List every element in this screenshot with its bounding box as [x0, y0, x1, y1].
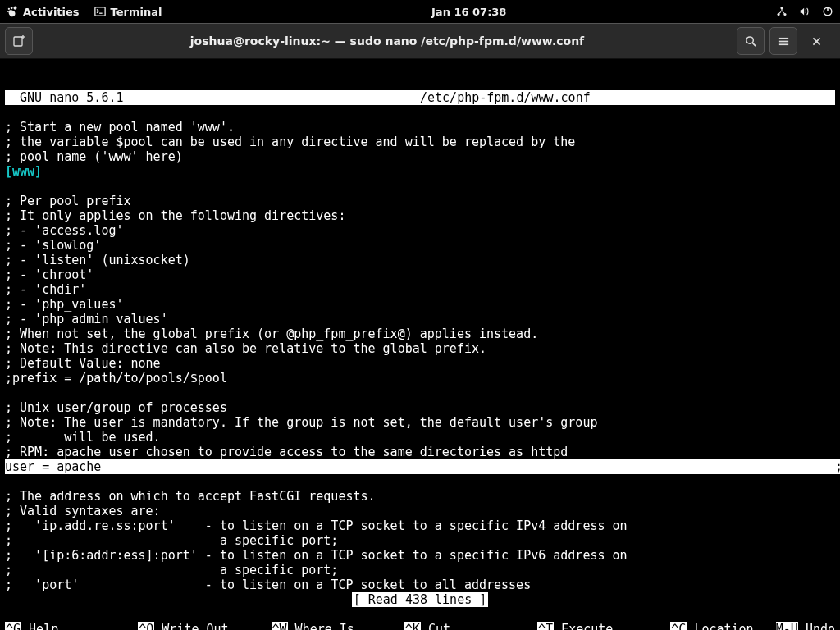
gnome-topbar: Activities Terminal Jan 16 07:38 — [0, 0, 840, 23]
window-title: joshua@rocky-linux:~ — sudo nano /etc/ph… — [38, 34, 737, 48]
search-icon — [745, 35, 757, 48]
nano-version: GNU nano 5.6.1 — [5, 90, 420, 105]
shortcut-location: ^CLocation M-U Undo — [670, 622, 835, 630]
shortcut-writeout: ^OWrite Out — [138, 622, 271, 630]
search-button[interactable] — [737, 27, 765, 55]
close-icon — [811, 36, 822, 47]
terminal-icon — [94, 6, 106, 17]
highlighted-line: user = apache — [5, 459, 835, 474]
nano-filename: /etc/php-fpm.d/www.conf — [420, 90, 591, 105]
shortcut-execute: ^TExecute — [537, 622, 670, 630]
activities-label: Activities — [23, 6, 80, 18]
nano-titlebar: GNU nano 5.6.1 /etc/php-fpm.d/www.conf — [5, 90, 835, 105]
svg-point-0 — [13, 7, 16, 10]
new-tab-button[interactable] — [5, 27, 33, 55]
shortcut-whereis: ^WWhere Is — [272, 622, 404, 630]
nano-shortcuts-row1: ^GHelp ^OWrite Out ^WWhere Is ^KCut ^TEx… — [5, 622, 835, 630]
svg-rect-4 — [94, 7, 104, 16]
volume-icon — [799, 6, 810, 17]
system-tray[interactable] — [776, 6, 833, 17]
svg-rect-11 — [14, 37, 22, 46]
app-menu[interactable]: Terminal — [94, 6, 162, 18]
file-line: ; The address on which to accept FastCGI… — [5, 489, 628, 592]
svg-point-2 — [8, 8, 10, 10]
svg-point-14 — [746, 36, 752, 43]
clock[interactable]: Jan 16 07:38 — [162, 6, 776, 18]
menu-button[interactable] — [769, 27, 797, 55]
svg-point-1 — [11, 7, 13, 9]
shortcut-help: ^GHelp — [5, 622, 138, 630]
highlighted-line: ; RPM: Keep a group allowed to write in … — [835, 459, 840, 474]
pool-section: [www] — [5, 164, 42, 179]
activities-button[interactable]: Activities — [7, 6, 80, 18]
hamburger-icon — [778, 35, 790, 48]
shortcut-cut: ^KCut — [404, 622, 537, 630]
gnome-logo-icon — [7, 6, 18, 17]
new-tab-icon — [12, 34, 25, 48]
nano-status: [ Read 438 lines ] — [5, 592, 835, 607]
svg-point-6 — [780, 7, 783, 9]
file-line: ; Start a new pool named 'www'. ; the va… — [5, 120, 575, 164]
window-titlebar: joshua@rocky-linux:~ — sudo nano /etc/ph… — [0, 23, 840, 59]
svg-point-3 — [7, 11, 9, 12]
app-menu-label: Terminal — [111, 6, 162, 18]
power-icon — [822, 6, 833, 17]
close-button[interactable] — [802, 27, 830, 55]
svg-line-15 — [752, 43, 756, 46]
network-icon — [776, 6, 788, 17]
file-line: ; Per pool prefix ; It only applies on t… — [5, 194, 597, 459]
terminal-content[interactable]: GNU nano 5.6.1 /etc/php-fpm.d/www.conf ;… — [0, 59, 840, 630]
